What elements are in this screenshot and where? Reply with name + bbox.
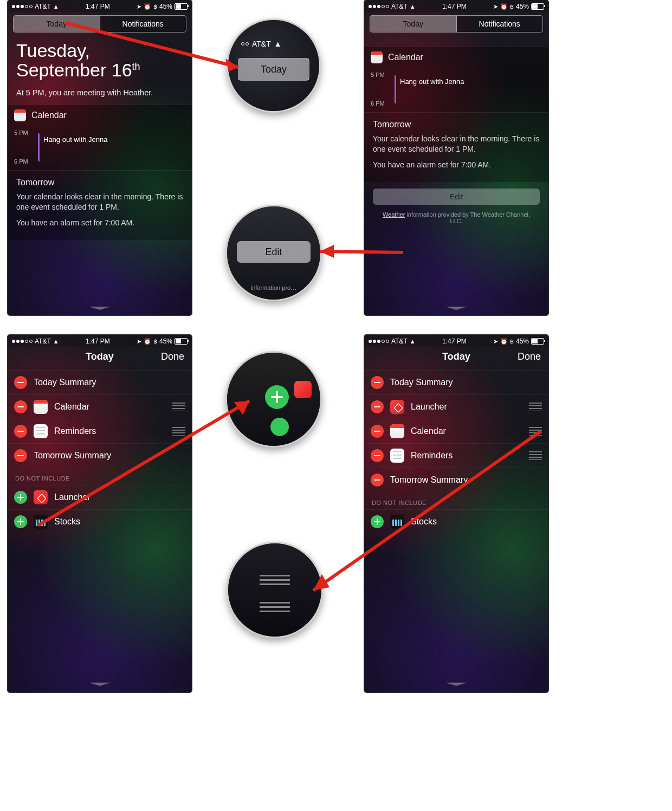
phone-screen-3: AT&T ▲ 1:47 PM ➤ ⏰ ฿ 45% Today Done Toda…: [8, 335, 192, 692]
reorder-grip-icon[interactable]: [172, 427, 185, 436]
widget-row[interactable]: Launcher: [364, 394, 548, 419]
widget-row[interactable]: Today Summary: [364, 370, 548, 394]
grabber-handle-icon[interactable]: [89, 684, 111, 688]
date-line-1: Tuesday,: [16, 41, 183, 61]
tomorrow-body: Your calendar looks clear in the morning…: [16, 192, 183, 212]
tomorrow-heading: Tomorrow: [373, 120, 540, 129]
clock-label: 1:47 PM: [86, 338, 110, 345]
zoom-plus-icon: [265, 385, 289, 409]
zoom-launcher-app-icon: [294, 381, 312, 398]
event-bar[interactable]: [38, 133, 40, 161]
battery-icon: [531, 338, 544, 345]
add-icon[interactable]: [14, 491, 27, 504]
phone-screen-4: AT&T ▲ 1:47 PM ➤ ⏰ ฿ 45% Today Done Toda…: [364, 335, 548, 692]
event-bar[interactable]: [395, 75, 396, 103]
reorder-grip-icon[interactable]: [172, 403, 185, 411]
widget-label: Today Summary: [390, 378, 542, 387]
tab-notifications[interactable]: Notifications: [457, 16, 543, 32]
done-button[interactable]: Done: [518, 351, 541, 362]
widget-row[interactable]: Stocks: [8, 509, 192, 534]
battery-percent: 45%: [159, 3, 172, 10]
widget-row[interactable]: Stocks: [364, 509, 548, 534]
alarm-icon: ⏰: [144, 338, 151, 345]
clock-label: 1:47 PM: [86, 3, 110, 10]
bluetooth-icon: ฿: [153, 338, 157, 345]
widget-label: Stocks: [411, 517, 542, 527]
remove-icon[interactable]: [14, 425, 27, 438]
calendar-title: Calendar: [31, 111, 67, 120]
carrier-label: AT&T: [35, 3, 51, 10]
widget-label: Launcher: [54, 492, 185, 502]
cal-app-icon: [34, 400, 48, 414]
tomorrow-summary: Tomorrow Your calendar looks clear in th…: [364, 113, 548, 182]
bluetooth-icon: ฿: [510, 3, 514, 10]
widget-row[interactable]: Calendar: [364, 419, 548, 443]
calendar-app-icon: [371, 51, 383, 63]
location-icon: ➤: [137, 338, 141, 345]
wifi-icon: ▲: [53, 3, 59, 10]
status-bar: AT&T ▲ 1:47 PM ➤ ⏰ ฿ 45%: [8, 335, 192, 347]
done-button[interactable]: Done: [161, 351, 184, 362]
widget-label: Today Summary: [34, 378, 185, 387]
widget-row[interactable]: Reminders: [364, 443, 548, 468]
bluetooth-icon: ฿: [153, 3, 157, 10]
weather-link[interactable]: Weather: [383, 211, 405, 218]
remove-icon[interactable]: [371, 473, 384, 486]
edit-button[interactable]: Edit: [373, 189, 540, 205]
remove-icon[interactable]: [371, 449, 384, 462]
launcher-app-icon: [34, 490, 48, 504]
battery-percent: 45%: [159, 338, 172, 345]
wifi-icon: ▲: [53, 338, 59, 345]
widget-row[interactable]: Tomorrow Summary: [364, 468, 548, 492]
widget-row[interactable]: Launcher: [8, 485, 192, 509]
reorder-grip-icon[interactable]: [529, 427, 542, 436]
date-line-2: September 16th: [16, 61, 183, 80]
widget-row[interactable]: Calendar: [8, 394, 192, 419]
widget-label: Tomorrow Summary: [390, 475, 542, 485]
remove-icon[interactable]: [14, 449, 27, 462]
battery-percent: 45%: [516, 3, 529, 10]
status-bar: AT&T ▲ 1:47 PM ➤ ⏰ ฿ 45%: [8, 0, 192, 12]
widget-label: Reminders: [411, 451, 522, 460]
remove-icon[interactable]: [371, 400, 384, 413]
signal-dots-icon: [12, 340, 33, 343]
location-icon: ➤: [493, 338, 498, 345]
location-icon: ➤: [493, 3, 498, 10]
widget-row[interactable]: Tomorrow Summary: [8, 443, 192, 468]
calendar-app-icon: [14, 109, 26, 121]
battery-icon: [531, 3, 544, 10]
today-summary-text: At 5 PM, you are meeting with Heather.: [8, 83, 192, 105]
status-bar: AT&T ▲ 1:47 PM ➤ ⏰ ฿ 45%: [364, 335, 548, 347]
signal-dots-icon: [12, 5, 33, 8]
rem-app-icon: [390, 449, 404, 463]
remove-icon[interactable]: [371, 376, 384, 389]
remove-icon[interactable]: [14, 376, 27, 389]
zoom-edit-label: Edit: [237, 241, 311, 263]
segmented-today-notifications[interactable]: Today Notifications: [13, 15, 186, 33]
magnifier-today-tab: AT&T ▲ Today: [227, 18, 321, 113]
carrier-label: AT&T: [391, 3, 408, 10]
event-title[interactable]: Hang out with Jenna: [43, 135, 108, 144]
event-title[interactable]: Hang out with Jenna: [400, 77, 464, 86]
reorder-grip-icon[interactable]: [529, 403, 542, 411]
grabber-handle-icon[interactable]: [89, 308, 111, 312]
segmented-today-notifications[interactable]: Today Notifications: [370, 15, 543, 33]
edit-title: Today: [86, 351, 114, 362]
remove-icon[interactable]: [14, 400, 27, 413]
add-icon[interactable]: [14, 515, 27, 528]
alarm-icon: ⏰: [144, 3, 151, 10]
grabber-handle-icon[interactable]: [445, 684, 467, 688]
add-icon[interactable]: [371, 515, 384, 528]
tab-today[interactable]: Today: [370, 16, 457, 32]
rem-app-icon: [34, 424, 48, 438]
grabber-handle-icon[interactable]: [445, 308, 467, 312]
tab-today[interactable]: Today: [14, 16, 100, 32]
weather-footnote: Weather information provided by The Weat…: [364, 211, 548, 231]
remove-icon[interactable]: [371, 425, 384, 438]
tab-notifications[interactable]: Notifications: [100, 16, 186, 32]
date-heading: Tuesday, September 16th: [8, 36, 192, 83]
do-not-include-label: DO NOT INCLUDE: [8, 468, 192, 485]
widget-row[interactable]: Reminders: [8, 419, 192, 443]
reorder-grip-icon[interactable]: [529, 451, 542, 460]
widget-row[interactable]: Today Summary: [8, 370, 192, 394]
